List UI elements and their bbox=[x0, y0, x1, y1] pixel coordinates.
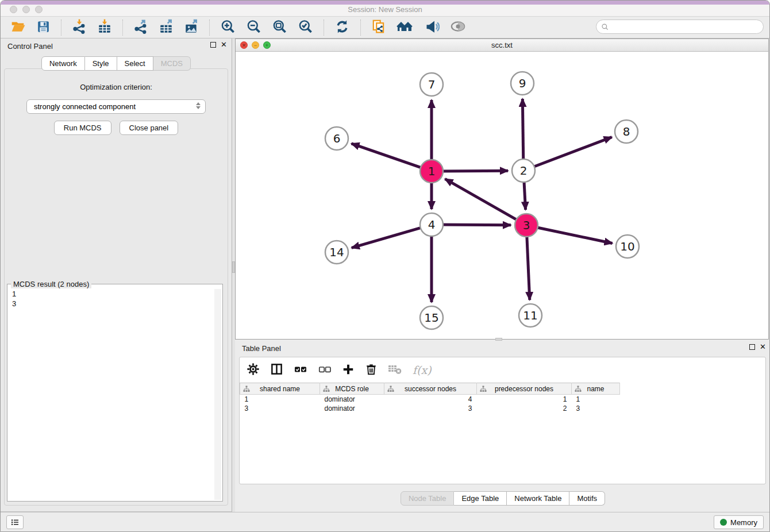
graph-node-11[interactable]: 11 bbox=[519, 304, 542, 327]
control-panel: Control Panel ✕ NetworkStyleSelectMCDS O… bbox=[1, 38, 232, 512]
add-row-button[interactable] bbox=[341, 362, 356, 379]
tab-network-table[interactable]: Network Table bbox=[507, 491, 569, 506]
search-input[interactable] bbox=[609, 22, 759, 32]
mcds-result-textarea[interactable]: 13 bbox=[9, 289, 221, 500]
edge-1-to-2[interactable] bbox=[438, 171, 508, 171]
control-panel-tabs: NetworkStyleSelectMCDS bbox=[1, 56, 232, 71]
export-image-button[interactable] bbox=[180, 18, 202, 37]
column-label: shared name bbox=[260, 385, 300, 393]
task-history-button[interactable] bbox=[6, 515, 24, 529]
float-panel-icon[interactable] bbox=[210, 42, 216, 48]
deselect-all-button[interactable] bbox=[317, 361, 333, 379]
table-row[interactable]: 3dominator323 bbox=[240, 404, 766, 413]
edge-4-to-14[interactable] bbox=[352, 226, 425, 248]
edge-3-to-10[interactable] bbox=[533, 226, 613, 243]
graph-node-10[interactable]: 10 bbox=[616, 235, 639, 258]
cell-name[interactable]: 1 bbox=[572, 395, 620, 404]
export-table-button[interactable] bbox=[155, 18, 177, 37]
delete-rows-button[interactable] bbox=[364, 362, 379, 379]
open-session-icon bbox=[10, 19, 26, 36]
import-network-button[interactable] bbox=[68, 18, 90, 37]
node-label-14: 14 bbox=[329, 245, 344, 259]
graph-node-7[interactable]: 7 bbox=[420, 73, 443, 96]
search-box[interactable] bbox=[596, 20, 764, 34]
graph-node-15[interactable]: 15 bbox=[420, 306, 443, 329]
column-header-MCDS-role[interactable]: MCDS role bbox=[320, 383, 384, 395]
cell-shared-name[interactable]: 1 bbox=[240, 395, 320, 404]
hide-details-button[interactable] bbox=[446, 17, 469, 37]
announcements-button[interactable] bbox=[421, 18, 443, 37]
column-header-successor-nodes[interactable]: successor nodes bbox=[384, 383, 477, 395]
node-label-8: 8 bbox=[623, 125, 630, 138]
tab-select[interactable]: Select bbox=[117, 56, 153, 71]
node-label-10: 10 bbox=[620, 240, 634, 253]
tab-style[interactable]: Style bbox=[85, 56, 117, 71]
export-network-button[interactable] bbox=[130, 18, 152, 37]
cell-successor-nodes[interactable]: 3 bbox=[384, 404, 477, 413]
network-canvas[interactable]: 7968124314101511 bbox=[236, 52, 768, 339]
graph-node-9[interactable]: 9 bbox=[511, 72, 534, 95]
graph-node-4[interactable]: 4 bbox=[420, 213, 443, 236]
cell-predecessor-nodes[interactable]: 1 bbox=[477, 395, 572, 404]
zoom-selected-button[interactable] bbox=[294, 18, 317, 37]
edge-2-to-8[interactable] bbox=[530, 137, 612, 168]
cell-predecessor-nodes[interactable]: 2 bbox=[477, 404, 572, 413]
run-mcds-button[interactable]: Run MCDS bbox=[54, 121, 111, 135]
table-row[interactable]: 1dominator411 bbox=[240, 395, 766, 404]
zoom-out-button[interactable] bbox=[242, 18, 265, 37]
cell-MCDS-role[interactable]: dominator bbox=[320, 404, 384, 413]
cell-MCDS-role[interactable]: dominator bbox=[320, 395, 384, 404]
select-all-button[interactable] bbox=[292, 361, 309, 379]
graph-node-3[interactable]: 3 bbox=[515, 214, 538, 237]
graph-node-1[interactable]: 1 bbox=[420, 160, 443, 183]
column-header-predecessor-nodes[interactable]: predecessor nodes bbox=[477, 383, 572, 395]
close-panel-button[interactable]: Close panel bbox=[120, 121, 179, 135]
cell-successor-nodes[interactable]: 4 bbox=[384, 395, 477, 404]
save-session-button[interactable] bbox=[33, 18, 54, 37]
zoom-in-button[interactable] bbox=[217, 18, 239, 37]
criterion-dropdown[interactable]: strongly connected component bbox=[26, 99, 206, 114]
criterion-dropdown-value: strongly connected component bbox=[34, 102, 136, 111]
cell-filler bbox=[620, 395, 766, 404]
edge-3-to-1[interactable] bbox=[445, 179, 520, 222]
refresh-layout-button[interactable] bbox=[331, 18, 353, 37]
tab-motifs[interactable]: Motifs bbox=[569, 491, 605, 506]
neighborhood-icon bbox=[396, 19, 414, 36]
toolbar-separator bbox=[360, 20, 361, 36]
open-session-button[interactable] bbox=[7, 18, 29, 37]
window-title: Session: New Session bbox=[1, 5, 769, 14]
import-table-icon bbox=[97, 19, 112, 36]
tab-network[interactable]: Network bbox=[41, 56, 85, 71]
edge-4-to-3[interactable] bbox=[438, 225, 511, 225]
edge-3-to-11[interactable] bbox=[527, 232, 530, 300]
close-panel-icon[interactable]: ✕ bbox=[221, 41, 227, 48]
tab-mcds[interactable]: MCDS bbox=[153, 56, 191, 71]
table-settings-button[interactable] bbox=[245, 361, 261, 379]
node-label-4: 4 bbox=[428, 218, 436, 232]
toggle-columns-button[interactable] bbox=[269, 361, 284, 379]
tab-edge-table[interactable]: Edge Table bbox=[454, 491, 507, 506]
float-table-panel-icon[interactable] bbox=[749, 344, 755, 350]
graph-node-14[interactable]: 14 bbox=[325, 241, 348, 264]
column-header-name[interactable]: name bbox=[572, 383, 620, 395]
close-table-panel-icon[interactable]: ✕ bbox=[760, 344, 766, 350]
column-label: predecessor nodes bbox=[495, 385, 553, 393]
column-header-shared-name[interactable]: shared name bbox=[240, 383, 320, 395]
memory-button[interactable]: Memory bbox=[714, 515, 764, 529]
edge-1-to-6[interactable] bbox=[352, 144, 425, 169]
cell-shared-name[interactable]: 3 bbox=[240, 404, 320, 413]
graph-node-6[interactable]: 6 bbox=[325, 127, 348, 150]
tab-node-table[interactable]: Node Table bbox=[401, 491, 455, 506]
network-window-titlebar[interactable]: ✕ − + scc.txt bbox=[236, 39, 768, 52]
cell-name[interactable]: 3 bbox=[572, 404, 620, 413]
import-table-button[interactable] bbox=[94, 18, 116, 37]
edge-2-to-9[interactable] bbox=[522, 99, 523, 164]
neighborhood-button[interactable] bbox=[393, 18, 417, 37]
cell-filler bbox=[620, 404, 766, 413]
toolbar-separator bbox=[61, 20, 61, 36]
graph-node-8[interactable]: 8 bbox=[615, 120, 638, 143]
graph-node-2[interactable]: 2 bbox=[512, 159, 535, 182]
zoom-fit-button[interactable] bbox=[268, 18, 291, 37]
clone-network-button[interactable] bbox=[368, 18, 390, 37]
result-scrollbar[interactable] bbox=[214, 289, 221, 500]
